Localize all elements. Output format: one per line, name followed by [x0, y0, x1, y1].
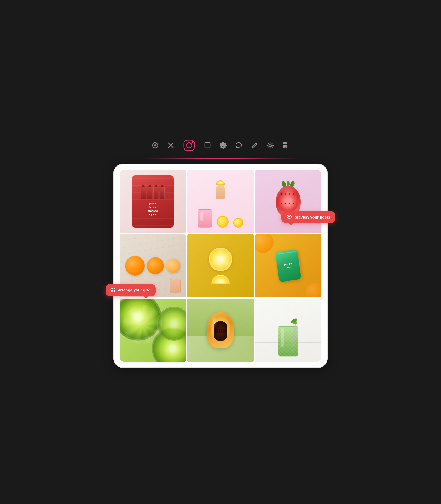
grid-cell-7[interactable] [120, 299, 186, 362]
svg-rect-17 [283, 142, 285, 144]
arrange-grid-label: arrange your grid [118, 288, 150, 292]
facebook-icon[interactable] [235, 141, 243, 150]
grid-arrange-icon [111, 287, 115, 293]
svg-point-12 [224, 143, 226, 145]
svg-point-10 [224, 144, 227, 146]
svg-point-4 [192, 141, 193, 143]
dot-icon-1[interactable] [151, 141, 159, 150]
tablet-frame: preview your posts arrange your grid [113, 164, 328, 368]
more-options-icon[interactable] [282, 141, 290, 150]
svg-rect-5 [205, 143, 210, 148]
svg-point-16 [269, 144, 271, 147]
svg-rect-22 [285, 147, 287, 148]
grid-cell-6[interactable]: jusco esh [255, 234, 321, 297]
preview-posts-label: preview your posts [294, 215, 330, 219]
svg-point-13 [220, 146, 222, 148]
svg-rect-26 [114, 288, 115, 289]
grid-cell-1[interactable]: jusco fresh pressed 6 pack [120, 170, 186, 233]
platform-tab-underline [145, 158, 296, 159]
arrange-grid-tooltip[interactable]: arrange your grid [106, 284, 156, 296]
svg-rect-20 [285, 145, 287, 147]
instagram-icon[interactable] [182, 139, 196, 152]
svg-point-15 [236, 143, 242, 147]
svg-point-1 [154, 144, 156, 146]
snapchat-icon[interactable] [219, 141, 227, 150]
preview-posts-tooltip[interactable]: preview your posts [281, 211, 335, 223]
grid-cell-2[interactable] [187, 170, 253, 233]
svg-rect-28 [114, 290, 115, 292]
svg-point-14 [224, 146, 226, 148]
x-twitter-icon[interactable] [167, 141, 175, 150]
svg-point-11 [220, 143, 222, 145]
svg-point-9 [220, 144, 222, 146]
svg-rect-21 [283, 147, 285, 148]
svg-point-6 [222, 144, 224, 147]
pencil-icon[interactable] [250, 141, 259, 150]
grid-cell-5[interactable] [187, 234, 253, 297]
svg-point-3 [187, 143, 192, 148]
svg-rect-19 [283, 145, 285, 147]
platform-icon-bar [151, 136, 290, 154]
grid-cell-3[interactable] [255, 170, 321, 233]
grid-cell-8[interactable] [187, 299, 253, 362]
instagram-grid: jusco fresh pressed 6 pack [120, 170, 321, 362]
svg-rect-18 [285, 142, 287, 144]
svg-rect-27 [111, 290, 113, 292]
svg-point-7 [222, 142, 224, 144]
preview-eye-icon [287, 215, 292, 220]
settings-gear-icon[interactable] [266, 141, 274, 150]
grid-cell-9[interactable] [255, 299, 321, 362]
svg-rect-25 [111, 288, 113, 289]
square-platform-icon[interactable] [203, 141, 212, 150]
svg-point-8 [222, 147, 224, 149]
svg-point-24 [288, 216, 290, 217]
app-container: preview your posts arrange your grid [110, 136, 331, 368]
